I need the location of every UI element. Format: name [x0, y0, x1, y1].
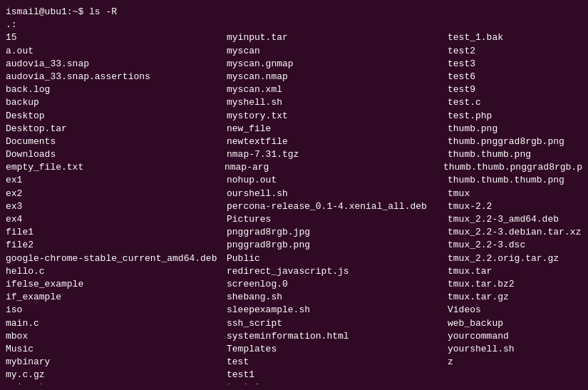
col2-text: newtextfile — [227, 135, 448, 148]
col1-text: main.c — [6, 317, 227, 330]
col1-text: Music — [6, 343, 227, 356]
col2-text: nmap-7.31.tgz — [227, 148, 448, 161]
file-listing-row: .: — [6, 19, 582, 31]
col2-text: percona-release_0.1-4.xenial_all.deb — [227, 200, 448, 213]
col1-text: hello.c — [6, 265, 227, 278]
prompt-text: ismail@ubu1:~$ ls -R — [6, 6, 117, 19]
col2-text: redirect_javascript.js — [227, 265, 448, 278]
col2-text: test_1 — [227, 381, 448, 384]
col3-text: yourshell.sh — [448, 343, 515, 356]
col3-text: test9 — [448, 83, 475, 96]
col3-text: tmux_2.2-3_amd64.deb — [448, 213, 559, 226]
col2-text: myscan — [227, 45, 448, 58]
col3-text: tmux-2.2 — [448, 200, 492, 213]
col2-text: myscan.gnmap — [227, 58, 448, 71]
col1-text: ex3 — [6, 200, 227, 213]
col1-text: mybinary — [6, 356, 227, 369]
col3-text: tmux_2.2.orig.tar.gz — [448, 252, 559, 265]
file-listing-row: my.c.gztest1 — [6, 369, 582, 381]
col3-text: thumb.pnggrad8rgb.png — [448, 135, 564, 148]
col3-text: tmux.tar.bz2 — [448, 278, 515, 291]
col1-text: Documents — [6, 135, 227, 148]
col3-text: test2 — [448, 45, 475, 58]
col3-text: tmux — [448, 188, 470, 200]
col3-text: web_backup — [448, 317, 503, 330]
file-listing-row: ex4Picturestmux_2.2-3_amd64.deb — [6, 213, 582, 226]
file-listing-row: hello.credirect_javascript.jstmux.tar — [6, 265, 582, 278]
col1-text: audovia_33.snap.assertions — [6, 71, 227, 83]
col2-text: ssh_script — [227, 317, 448, 330]
col3-text: thumb.thumb.pnggrad8rgb.p — [443, 161, 582, 174]
col3-text: thumb.thumb.thumb.png — [448, 174, 564, 187]
col1-text: back.log — [6, 83, 227, 96]
col1-text: a.out — [6, 45, 227, 58]
terminal: ismail@ubu1:~$ ls -R .:15myinput.tartest… — [6, 6, 582, 384]
file-listing-row: MusicTemplatesyourshell.sh — [6, 343, 582, 356]
file-listing-row: audovia_33.snapmyscan.gnmaptest3 — [6, 58, 582, 71]
col2-text: myinput.tar — [227, 31, 448, 44]
col1-text: Desktop.tar — [6, 123, 227, 135]
file-listing-row: isosleepexample.shVideos — [6, 304, 582, 317]
col2-text: screenlog.0 — [227, 278, 448, 291]
col2-text: Public — [227, 252, 448, 265]
col1-text: 15 — [6, 31, 227, 44]
file-listing-row: ex1nohup.outthumb.thumb.thumb.png — [6, 174, 582, 187]
col2-text: shebang.sh — [227, 291, 448, 304]
col3-text: test.php — [448, 110, 492, 123]
col1-text: ex2 — [6, 188, 227, 200]
col1-text: Downloads — [6, 148, 227, 161]
col3-text: test3 — [448, 58, 475, 71]
file-listing-row: file1pnggrad8rgb.jpgtmux_2.2-3.debian.ta… — [6, 226, 582, 239]
col1-text: file2 — [6, 239, 227, 252]
file-listing-row: myinputtest_1 — [6, 381, 582, 384]
col1-text: mbox — [6, 330, 227, 343]
col3-text: tmux_2.2-3.debian.tar.xz — [448, 226, 581, 239]
file-listing-row: main.cssh_scriptweb_backup — [6, 317, 582, 330]
col2-text: pnggrad8rgb.png — [227, 239, 448, 252]
prompt-line: ismail@ubu1:~$ ls -R — [6, 6, 582, 19]
col2-text: Pictures — [227, 213, 448, 226]
col1-text: empty_file.txt — [6, 161, 225, 174]
col2-text: sleepexample.sh — [227, 304, 448, 317]
col3-text: tmux.tar — [448, 265, 492, 278]
col3-text: tmux_2.2-3.dsc — [448, 239, 525, 252]
file-listing-row: Desktopmystory.txttest.php — [6, 110, 582, 123]
col1-text: ifelse_example — [6, 278, 227, 291]
col3-text: test6 — [448, 71, 475, 83]
col2-text: nmap-arg — [225, 161, 443, 174]
col2-text: nohup.out — [227, 174, 448, 187]
col3-text: test_1.bak — [448, 31, 503, 44]
col1-text: if_example — [6, 291, 227, 304]
col2-text: test — [227, 356, 448, 369]
col1-text: audovia_33.snap — [6, 58, 227, 71]
col1-text: .: — [6, 19, 227, 31]
file-listing-row: backupmyshell.shtest.c — [6, 96, 582, 109]
file-listing-row: Downloadsnmap-7.31.tgzthumb.thumb.png — [6, 148, 582, 161]
file-listing-row: ifelse_examplescreenlog.0tmux.tar.bz2 — [6, 278, 582, 291]
col1-text: ex4 — [6, 213, 227, 226]
file-listing-row: mybinarytestz — [6, 356, 582, 369]
col1-text: my.c.gz — [6, 369, 227, 381]
col2-text: mystory.txt — [227, 110, 448, 123]
col2-text: Templates — [227, 343, 448, 356]
file-listing-row: ex2ourshell.shtmux — [6, 188, 582, 200]
col1-text: iso — [6, 304, 227, 317]
col1-text: backup — [6, 96, 227, 109]
col3-text: test.c — [448, 96, 481, 109]
file-listing-row: a.outmyscantest2 — [6, 45, 582, 58]
file-listing-row: 15myinput.tartest_1.bak — [6, 31, 582, 44]
file-listing-row: ex3percona-release_0.1-4.xenial_all.debt… — [6, 200, 582, 213]
col2-text — [227, 19, 448, 31]
col3-text: tmux.tar.gz — [448, 291, 509, 304]
col2-text: ourshell.sh — [227, 188, 448, 200]
file-listing-row: Desktop.tarnew_filethumb.png — [6, 123, 582, 135]
file-listing-row: empty_file.txtnmap-argthumb.thumb.pnggra… — [6, 161, 582, 174]
col3-text: z — [448, 356, 453, 369]
col1-text: file1 — [6, 226, 227, 239]
col2-text: test1 — [227, 369, 448, 381]
col2-text: myshell.sh — [227, 96, 448, 109]
col1-text: myinput — [6, 381, 227, 384]
col3-text: thumb.png — [448, 123, 497, 135]
file-listing-row: google-chrome-stable_current_amd64.debPu… — [6, 252, 582, 265]
col3-text: Videos — [448, 304, 481, 317]
